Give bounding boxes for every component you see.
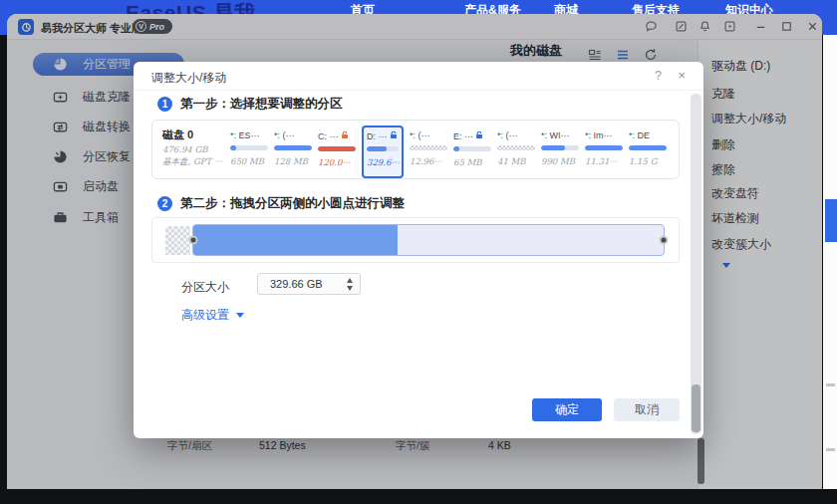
disk-name: 磁盘 0 — [162, 127, 230, 142]
partition-size: 650 MB — [230, 156, 268, 166]
partition-label: *: (··· — [497, 130, 535, 140]
partition-size: 1.15 G — [629, 156, 667, 166]
disk-info: 磁盘 0 476.94 GB 基本盘, GPT ··· — [152, 121, 230, 178]
partition-tile-9[interactable]: *: Im···11.31··· — [585, 130, 623, 178]
partition-bar — [410, 145, 447, 150]
size-stepper — [347, 278, 353, 291]
partition-tile-3[interactable]: C: ···120.0··· — [318, 130, 356, 178]
partition-label: *: WI··· — [541, 130, 579, 140]
partition-size: 128 MB — [274, 156, 312, 166]
partition-bar — [585, 145, 623, 150]
partition-size: 120.0··· — [318, 157, 356, 167]
lock-icon — [475, 130, 483, 141]
partition-tile-7[interactable]: *: (···41 MB — [497, 130, 535, 178]
partition-label: *: DE — [629, 130, 667, 140]
step-1-badge: 1 — [157, 97, 172, 112]
slider-handle-right[interactable] — [660, 236, 669, 245]
webpage-bottom-strip: 最后点击C分区 选… — [0, 489, 837, 504]
advanced-settings-link[interactable]: 高级设置 — [181, 307, 244, 324]
partition-tile-10[interactable]: *: DE1.15 G — [629, 130, 667, 178]
step-2-label: 第二步：拖拽分区两侧的小圆点进行调整 — [180, 195, 405, 212]
webpage-right-strip — [823, 35, 837, 489]
cancel-button[interactable]: 取消 — [614, 398, 680, 421]
partition-slider[interactable] — [192, 224, 665, 256]
webpage-text-fragment — [826, 383, 835, 386]
disk-type: 基本盘, GPT ··· — [162, 156, 230, 168]
partition-bar — [453, 146, 491, 151]
webpage-text-fragment — [826, 448, 835, 451]
partition-size: 990 MB — [541, 156, 579, 166]
partition-tiles: *: ES···650 MB*: (···128 MBC: ···120.0··… — [230, 121, 679, 178]
chevron-down-icon — [236, 313, 244, 318]
resize-move-dialog: 调整大小/移动 ? × 1 第一步：选择想要调整的分区 磁盘 0 476.94 … — [134, 62, 703, 438]
partition-label: *: ES··· — [230, 130, 268, 140]
partition-tile-1[interactable]: *: ES···650 MB — [230, 130, 268, 178]
lock-icon — [341, 130, 349, 141]
partition-label: *: (··· — [274, 130, 312, 140]
dialog-title: 调整大小/移动 — [151, 70, 226, 87]
partition-tile-4[interactable]: D: ···329.6··· — [362, 126, 404, 178]
help-button[interactable]: ? — [655, 69, 662, 83]
partition-label: *: Im··· — [585, 130, 623, 140]
partition-label: D: ··· — [367, 130, 399, 141]
partition-label: C: ··· — [318, 130, 356, 141]
disk-size: 476.94 GB — [162, 144, 230, 154]
partition-bar — [541, 145, 579, 150]
partition-bar — [274, 145, 312, 150]
partition-tile-8[interactable]: *: WI···990 MB — [541, 130, 579, 178]
partition-strip: 磁盘 0 476.94 GB 基本盘, GPT ··· *: ES···650 … — [151, 120, 680, 179]
lock-icon — [390, 130, 398, 141]
step-2-row: 2 第二步：拖拽分区两侧的小圆点进行调整 — [157, 195, 405, 212]
partition-size-label: 分区大小 — [181, 279, 229, 296]
slider-handle-left[interactable] — [189, 236, 198, 245]
partition-size-value: 329.66 GB — [270, 278, 323, 290]
unallocated-checker — [165, 226, 190, 255]
partition-size: 65 MB — [453, 157, 491, 167]
partition-label: *: (··· — [410, 130, 447, 140]
webpage-blue-block — [825, 199, 837, 242]
dialog-scrollbar[interactable] — [691, 94, 701, 434]
stepper-up-icon[interactable] — [347, 278, 353, 283]
resize-slider-box — [151, 217, 680, 263]
partition-bar — [230, 145, 268, 150]
partition-size: 11.31··· — [585, 156, 623, 166]
stepper-down-icon[interactable] — [347, 286, 353, 291]
partition-size: 329.6··· — [367, 157, 399, 167]
step-1-row: 1 第一步：选择想要调整的分区 — [157, 96, 343, 113]
step-1-label: 第一步：选择想要调整的分区 — [180, 96, 343, 113]
partition-tile-2[interactable]: *: (···128 MB — [274, 130, 312, 178]
ok-button[interactable]: 确定 — [532, 398, 602, 421]
partition-bar — [497, 145, 535, 150]
partition-size: 12.96··· — [410, 156, 447, 166]
dialog-close-button[interactable]: × — [678, 68, 686, 83]
partition-tile-6[interactable]: E: ···65 MB — [453, 130, 491, 178]
partition-bar — [629, 145, 667, 150]
step-2-badge: 2 — [157, 196, 172, 211]
partition-bar — [318, 146, 356, 151]
partition-size: 41 MB — [497, 156, 535, 166]
dialog-divider — [134, 90, 703, 91]
dialog-scrollbar-thumb[interactable] — [692, 384, 700, 432]
partition-size-input[interactable]: 329.66 GB — [257, 273, 361, 295]
partition-tile-5[interactable]: *: (···12.96··· — [410, 130, 447, 178]
partition-label: E: ··· — [453, 130, 491, 141]
partition-bar — [367, 146, 399, 151]
used-space-fill — [193, 225, 398, 255]
